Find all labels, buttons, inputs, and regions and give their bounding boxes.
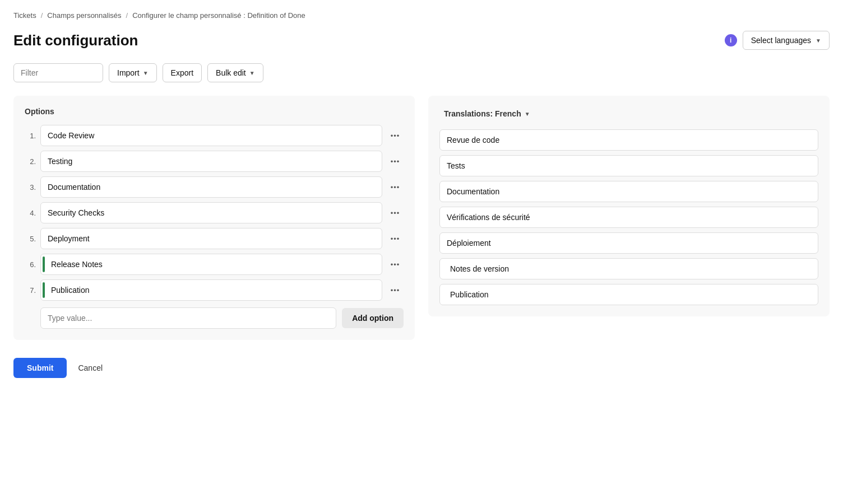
bulk-edit-button[interactable]: Bulk edit ▼ [207, 63, 263, 82]
translations-panel-header: Translations: French ▼ [439, 107, 818, 120]
translation-input-wrapper [439, 258, 818, 279]
select-languages-button[interactable]: Select languages ▼ [743, 31, 830, 50]
translations-language-button[interactable]: Translations: French ▼ [439, 107, 535, 120]
toolbar: Import ▼ Export Bulk edit ▼ [13, 63, 830, 82]
translation-input[interactable] [439, 284, 818, 305]
import-button[interactable]: Import ▼ [109, 63, 157, 82]
option-more-button[interactable]: ••• [387, 282, 404, 298]
translation-input-wrapper [439, 181, 818, 202]
translation-input-wrapper [439, 155, 818, 176]
filter-input[interactable] [13, 63, 103, 82]
footer-actions: Submit Cancel [13, 358, 830, 378]
breadcrumb-sep-2: / [126, 11, 128, 20]
option-input[interactable] [40, 279, 382, 301]
translation-row [439, 232, 818, 254]
translation-row [439, 155, 818, 176]
translations-panel-title: Translations: French [444, 109, 521, 118]
option-input-wrapper [40, 279, 382, 301]
add-option-area: Add option [25, 307, 404, 329]
option-input-wrapper [40, 176, 382, 198]
translation-row [439, 207, 818, 228]
export-button[interactable]: Export [163, 63, 202, 82]
options-panel: Options 1.•••2.•••3.•••4.•••5.•••6.•••7.… [13, 96, 415, 340]
option-input[interactable] [40, 176, 382, 198]
breadcrumb-tickets[interactable]: Tickets [13, 11, 36, 20]
translation-row [439, 284, 818, 305]
option-number: 2. [25, 157, 36, 166]
export-label: Export [171, 68, 193, 77]
option-input-wrapper [40, 151, 382, 172]
option-number: 5. [25, 235, 36, 243]
option-number: 6. [25, 260, 36, 269]
option-number: 1. [25, 132, 36, 140]
breadcrumb-current: Configurer le champ personnalisé : Defin… [132, 11, 305, 20]
option-input[interactable] [40, 202, 382, 223]
import-chevron-icon: ▼ [143, 70, 149, 76]
breadcrumb-sep-1: / [41, 11, 43, 20]
option-row: 7.••• [25, 279, 404, 301]
translation-input-wrapper [439, 284, 818, 305]
option-more-button[interactable]: ••• [387, 230, 404, 247]
breadcrumb: Tickets / Champs personnalisés / Configu… [13, 11, 830, 20]
bulk-edit-chevron-icon: ▼ [249, 70, 255, 76]
option-input-wrapper [40, 228, 382, 249]
option-row: 5.••• [25, 228, 404, 249]
option-input-wrapper [40, 202, 382, 223]
green-indicator-icon [43, 256, 45, 272]
translation-input[interactable] [439, 181, 818, 202]
option-input[interactable] [40, 125, 382, 146]
options-panel-header: Options [25, 107, 404, 116]
translation-row [439, 129, 818, 151]
option-input[interactable] [40, 228, 382, 249]
green-indicator-icon [43, 282, 45, 298]
info-icon[interactable]: i [725, 34, 737, 46]
option-row: 1.••• [25, 125, 404, 146]
translation-input-wrapper [439, 129, 818, 151]
cancel-button[interactable]: Cancel [73, 358, 107, 378]
translations-list [439, 129, 818, 305]
import-label: Import [117, 68, 140, 77]
option-input-wrapper [40, 254, 382, 275]
options-list: 1.•••2.•••3.•••4.•••5.•••6.•••7.••• [25, 125, 404, 301]
translation-row [439, 258, 818, 279]
option-row: 3.••• [25, 176, 404, 198]
translation-input-wrapper [439, 207, 818, 228]
page-header: Edit configuration i Select languages ▼ [13, 31, 830, 50]
option-input[interactable] [40, 151, 382, 172]
option-more-button[interactable]: ••• [387, 153, 404, 170]
option-more-button[interactable]: ••• [387, 127, 404, 144]
main-layout: Options 1.•••2.•••3.•••4.•••5.•••6.•••7.… [13, 96, 830, 340]
translation-input-wrapper [439, 232, 818, 254]
translation-input[interactable] [439, 129, 818, 151]
option-input-wrapper [40, 125, 382, 146]
option-more-button[interactable]: ••• [387, 204, 404, 221]
option-row: 2.••• [25, 151, 404, 172]
chevron-down-icon: ▼ [816, 38, 821, 44]
translations-panel: Translations: French ▼ [428, 96, 830, 316]
option-input[interactable] [40, 254, 382, 275]
translation-input[interactable] [439, 258, 818, 279]
select-languages-label: Select languages [751, 36, 811, 45]
translation-row [439, 181, 818, 202]
translation-input[interactable] [439, 207, 818, 228]
breadcrumb-custom-fields[interactable]: Champs personnalisés [47, 11, 121, 20]
submit-button[interactable]: Submit [13, 358, 67, 378]
options-panel-title: Options [25, 107, 54, 116]
option-number: 4. [25, 209, 36, 217]
translation-input[interactable] [439, 232, 818, 254]
add-option-input[interactable] [40, 307, 336, 329]
option-row: 4.••• [25, 202, 404, 223]
option-row: 6.••• [25, 254, 404, 275]
add-option-button[interactable]: Add option [342, 308, 404, 328]
option-number: 3. [25, 183, 36, 192]
bulk-edit-label: Bulk edit [216, 68, 246, 77]
translation-input[interactable] [439, 155, 818, 176]
option-number: 7. [25, 286, 36, 295]
option-more-button[interactable]: ••• [387, 256, 404, 273]
page-title: Edit configuration [13, 32, 138, 49]
translations-chevron-icon: ▼ [525, 111, 530, 117]
option-more-button[interactable]: ••• [387, 179, 404, 195]
